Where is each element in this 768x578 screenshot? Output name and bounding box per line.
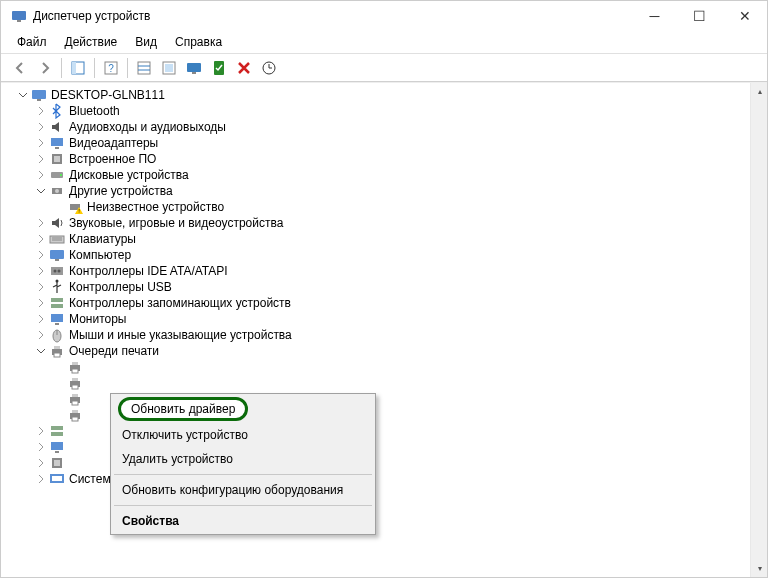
expand-icon[interactable] [35, 169, 47, 181]
tree-category[interactable]: Контроллеры IDE ATA/ATAPI [9, 263, 750, 279]
menu-help[interactable]: Справка [167, 33, 230, 51]
computer-icon [31, 87, 47, 103]
show-hide-tree-button[interactable] [67, 57, 89, 79]
context-menu: Обновить драйвер Отключить устройство Уд… [110, 393, 376, 535]
context-uninstall-device[interactable]: Удалить устройство [112, 447, 374, 471]
svg-rect-43 [54, 346, 60, 349]
enable-device-button[interactable] [208, 57, 230, 79]
vertical-scrollbar[interactable]: ▴ ▾ [750, 83, 767, 577]
expand-icon[interactable] [35, 233, 47, 245]
scroll-down-button[interactable]: ▾ [751, 560, 767, 577]
resources-view-button[interactable] [158, 57, 180, 79]
tree-root[interactable]: DESKTOP-GLNB111 [9, 87, 750, 103]
svg-rect-36 [51, 298, 63, 302]
expand-icon[interactable] [35, 265, 47, 277]
svg-rect-57 [51, 426, 63, 430]
tree-item-label: Неизвестное устройство [87, 200, 224, 214]
svg-rect-44 [54, 353, 60, 357]
tree-item-label: Очереди печати [69, 344, 159, 358]
scan-hardware-button[interactable] [258, 57, 280, 79]
monitor-icon[interactable] [183, 57, 205, 79]
expand-icon[interactable] [35, 217, 47, 229]
svg-rect-39 [55, 323, 59, 325]
printer-icon [67, 375, 83, 391]
tree-category[interactable]: Видеоадаптеры [9, 135, 750, 151]
scroll-up-button[interactable]: ▴ [751, 83, 767, 100]
tree-device-hidden[interactable] [9, 359, 750, 375]
printer-icon [67, 391, 83, 407]
tree-category[interactable]: Клавиатуры [9, 231, 750, 247]
expand-icon[interactable] [35, 297, 47, 309]
tree-device-hidden[interactable] [9, 375, 750, 391]
minimize-button[interactable]: ─ [632, 1, 677, 31]
expand-icon[interactable] [35, 425, 47, 437]
warning-icon: ! [67, 199, 83, 215]
tree-category[interactable]: Мониторы [9, 311, 750, 327]
svg-rect-64 [52, 476, 62, 481]
help-button[interactable]: ? [100, 57, 122, 79]
context-update-driver[interactable]: Обновить драйвер [118, 397, 248, 421]
window-title: Диспетчер устройств [33, 9, 632, 23]
expand-icon[interactable] [35, 137, 47, 149]
forward-button[interactable] [34, 57, 56, 79]
uninstall-device-button[interactable] [233, 57, 255, 79]
svg-rect-49 [72, 378, 78, 381]
expand-icon[interactable] [35, 473, 47, 485]
svg-rect-11 [187, 63, 201, 72]
expand-icon[interactable] [35, 281, 47, 293]
close-button[interactable]: ✕ [722, 1, 767, 31]
menu-view[interactable]: Вид [127, 33, 165, 51]
storage-icon [49, 423, 65, 439]
titlebar: Диспетчер устройств ─ ☐ ✕ [1, 1, 767, 31]
expand-icon[interactable] [35, 313, 47, 325]
back-button[interactable] [9, 57, 31, 79]
expand-icon[interactable] [35, 105, 47, 117]
disk-icon [49, 167, 65, 183]
menu-file[interactable]: Файл [9, 33, 55, 51]
maximize-button[interactable]: ☐ [677, 1, 722, 31]
devices-view-button[interactable] [133, 57, 155, 79]
printer-icon [49, 343, 65, 359]
tree-category[interactable]: Контроллеры запоминающих устройств [9, 295, 750, 311]
tree-item-label: Встроенное ПО [69, 152, 156, 166]
tree-category[interactable]: Дисковые устройства [9, 167, 750, 183]
tree-category[interactable]: Очереди печати [9, 343, 750, 359]
svg-rect-20 [54, 156, 60, 162]
svg-rect-52 [72, 394, 78, 397]
tree-category[interactable]: Мыши и иные указывающие устройства [9, 327, 750, 343]
expand-icon[interactable] [35, 153, 47, 165]
tree-category[interactable]: Аудиовходы и аудиовыходы [9, 119, 750, 135]
collapse-icon[interactable] [17, 89, 29, 101]
tree-device[interactable]: ! Неизвестное устройство [9, 199, 750, 215]
context-scan-hardware[interactable]: Обновить конфигурацию оборудования [112, 478, 374, 502]
expand-icon[interactable] [35, 441, 47, 453]
mouse-icon [49, 327, 65, 343]
display-icon [49, 135, 65, 151]
expand-icon[interactable] [35, 457, 47, 469]
tree-category[interactable]: Контроллеры USB [9, 279, 750, 295]
context-properties[interactable]: Свойства [112, 509, 374, 533]
expand-icon[interactable] [35, 249, 47, 261]
expand-icon[interactable] [35, 121, 47, 133]
display-icon [49, 439, 65, 455]
tree-category[interactable]: Звуковые, игровые и видеоустройства [9, 215, 750, 231]
menu-action[interactable]: Действие [57, 33, 126, 51]
collapse-icon[interactable] [35, 185, 47, 197]
tree-item-label: Другие устройства [69, 184, 173, 198]
tree-item-label: Компьютер [69, 248, 131, 262]
expand-icon[interactable] [35, 329, 47, 341]
tree-item-label: Контроллеры USB [69, 280, 172, 294]
usb-icon [49, 279, 65, 295]
svg-rect-59 [51, 442, 63, 450]
tree-category[interactable]: Другие устройства [9, 183, 750, 199]
tree-item-label: Видеоадаптеры [69, 136, 158, 150]
tree-category[interactable]: Встроенное ПО [9, 151, 750, 167]
tree-category[interactable]: Bluetooth [9, 103, 750, 119]
svg-rect-17 [51, 138, 63, 146]
svg-rect-50 [72, 385, 78, 389]
context-disable-device[interactable]: Отключить устройство [112, 423, 374, 447]
tree-item-label: Bluetooth [69, 104, 120, 118]
collapse-icon[interactable] [35, 345, 47, 357]
tree-category[interactable]: Компьютер [9, 247, 750, 263]
tree-item-label: Звуковые, игровые и видеоустройства [69, 216, 283, 230]
